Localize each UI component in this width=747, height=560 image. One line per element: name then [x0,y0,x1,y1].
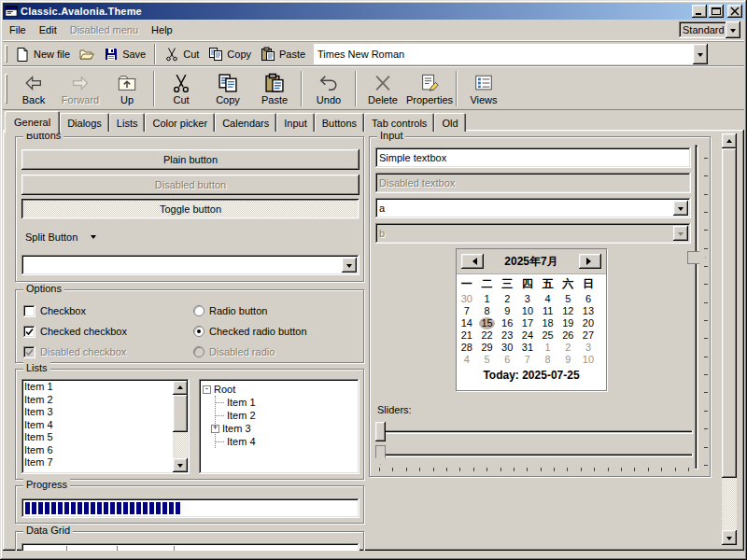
scroll-track[interactable] [173,432,188,458]
calendar-day[interactable]: 21 [457,329,477,342]
calendar-day[interactable]: 28 [457,342,477,354]
calendar-day[interactable]: 13 [578,305,599,317]
calendar-day[interactable]: 3 [578,342,599,354]
minimize-button[interactable] [692,5,707,18]
cut-button[interactable]: Cut [160,44,204,64]
checkbox-row[interactable]: Checkbox [23,303,86,318]
theme-select-arrow[interactable] [726,21,740,38]
scroll-up-button[interactable] [173,381,188,395]
scroll-up-button[interactable] [722,133,737,148]
calendar-day[interactable]: 16 [497,317,517,329]
slider-track[interactable] [375,454,693,457]
radio-button[interactable] [193,326,204,337]
cut-button[interactable]: Cut [158,70,204,107]
toolbar-grip[interactable] [5,45,7,63]
tab-dialogs[interactable]: Dialogs [60,113,109,132]
list-item[interactable]: Item 7 [24,456,173,469]
menu-item-edit[interactable]: Edit [33,22,63,37]
checkbox[interactable] [23,326,35,338]
calendar-day[interactable]: 1 [477,293,498,305]
delete-button[interactable]: Delete [359,70,406,107]
tree-expand-icon[interactable]: + [211,425,219,433]
calendar-day[interactable]: 4 [457,354,477,366]
calendar-day[interactable]: 31 [517,342,538,354]
empty-combobox-arrow[interactable] [342,258,357,273]
calendar-day[interactable]: 20 [578,317,599,329]
calendar-day[interactable]: 7 [517,354,538,366]
open-button[interactable] [75,44,99,64]
up-button[interactable]: Up [104,70,150,107]
tab-lists[interactable]: Lists [109,113,146,132]
tree-root-row[interactable]: - Root [203,383,356,396]
chevron-down-icon[interactable] [91,235,96,242]
calendar-day[interactable]: 14 [457,317,477,329]
calendar-day[interactable]: 5 [557,293,578,305]
save-button[interactable]: Save [99,44,150,64]
calendar-day[interactable]: 15 [477,317,498,329]
tab-color-picker[interactable]: Color picker [145,113,215,132]
calendar-day[interactable]: 2 [497,293,517,305]
calendar-day[interactable]: 25 [538,329,558,342]
toolbar-grip[interactable] [5,74,7,104]
calendar-day[interactable]: 29 [477,342,498,354]
horizontal-slider-1[interactable] [375,422,693,442]
maximize-button[interactable] [709,5,724,18]
empty-combobox[interactable] [21,255,359,275]
calendar-day[interactable]: 8 [477,305,498,317]
simple-textbox[interactable]: Simple textbox [375,147,691,168]
list-item[interactable]: Item 3 [24,406,173,419]
calendar-day[interactable]: 7 [457,305,477,317]
checkbox-row[interactable]: Checked checkbox [23,324,127,339]
list-item[interactable]: Item 6 [24,444,173,457]
column-separator[interactable] [117,546,119,551]
calendar-day[interactable]: 6 [578,293,599,305]
calendar-day[interactable]: 6 [497,354,517,366]
tree-item[interactable]: +Item 3 [216,422,356,435]
calendar-prev-button[interactable] [461,254,484,269]
theme-select[interactable]: Standard [679,21,740,38]
vertical-slider-track[interactable] [695,145,698,469]
list-item[interactable]: Item 4 [24,419,173,432]
calendar-day[interactable]: 26 [557,329,578,342]
calendar-day[interactable]: 12 [557,305,578,317]
checkbox[interactable] [23,305,35,317]
scroll-down-button[interactable] [173,458,188,472]
calendar-day[interactable]: 30 [457,293,477,305]
tab-calendars[interactable]: Calendars [215,113,276,132]
plain-button[interactable]: Plain button [21,149,359,170]
list-item[interactable]: Item 1 [24,381,173,394]
undo-button[interactable]: Undo [305,70,352,107]
page-scrollbar[interactable] [722,133,737,545]
tab-tab-controls[interactable]: Tab controls [364,113,434,132]
calendar-day[interactable]: 18 [538,317,558,329]
checkbox-row[interactable]: Disabled checkbox [23,344,126,359]
views-button[interactable]: Views [460,70,507,107]
radio-row[interactable]: Disabled radio [193,344,275,359]
calendar-day[interactable]: 19 [557,317,578,329]
tab-old[interactable]: Old [434,113,465,132]
slider-track[interactable] [375,430,693,434]
copy-button[interactable]: Copy [204,70,251,107]
close-button[interactable] [727,5,742,18]
list-item[interactable]: Item 2 [24,394,173,407]
vertical-slider-thumb[interactable] [687,251,706,264]
calendar-day[interactable]: 10 [578,354,599,366]
treeview[interactable]: - Root Item 1Item 2+Item 3Item 4 [199,379,359,474]
calendar-day[interactable]: 10 [517,305,538,317]
calendar-day[interactable]: 17 [517,317,538,329]
calendar-day[interactable]: 1 [538,342,558,354]
tab-input[interactable]: Input [276,113,314,132]
scroll-thumb[interactable] [173,395,188,432]
calendar-day[interactable]: 27 [578,329,599,342]
font-combobox-arrow[interactable] [693,44,708,64]
calendar-day[interactable]: 8 [538,354,558,366]
calendar-day[interactable]: 11 [538,305,558,317]
column-separator[interactable] [66,546,68,551]
properties-button[interactable]: Properties [406,70,453,107]
data-grid[interactable] [21,543,359,551]
calendar-day[interactable]: 9 [497,305,517,317]
calendar-day[interactable]: 3 [517,293,538,305]
calendar-day[interactable]: 24 [517,329,538,342]
split-button[interactable]: Split Button [25,229,96,245]
radio-row[interactable]: Checked radio button [193,324,307,339]
